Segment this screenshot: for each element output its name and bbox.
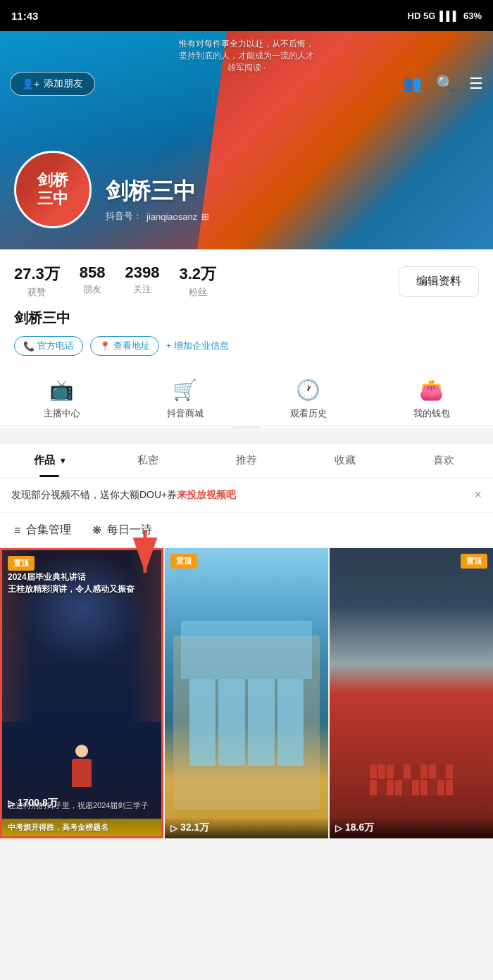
tab-likes-label: 喜欢 [433, 454, 454, 466]
tab-likes[interactable]: 喜欢 [394, 444, 493, 477]
tab-recommend-label: 推荐 [236, 454, 257, 466]
tabs-bar: 作品 ▾ 私密 推荐 收藏 喜欢 [0, 444, 493, 478]
promo-link[interactable]: 来投放视频吧 [177, 489, 236, 500]
broadcast-icon: 📺 [49, 378, 74, 402]
stat-friends-number: 858 [80, 263, 106, 282]
promo-close-button[interactable]: × [474, 488, 482, 502]
address-tag-label: 查看地址 [113, 340, 150, 352]
history-label: 观看历史 [290, 407, 327, 420]
status-network: HD 5G [408, 11, 436, 21]
stat-following-label: 关注 [125, 283, 160, 296]
header-banner: 惟有对每件事全力以赴，从不后悔， 坚持到底的人，才能成为一流的人才 雄军闯读··… [0, 31, 493, 249]
video-1-title: 2024届毕业典礼讲话王桂放精彩演讲，令人感动又振奋 [8, 571, 156, 595]
menu-item-shop[interactable]: 🛒 抖音商城 [167, 378, 204, 420]
add-info-label: + 增加企业信息 [166, 340, 229, 352]
video-1-bottom-text: 中考旗开得胜，高考金榜题名 [8, 822, 156, 833]
stat-following[interactable]: 2398 关注 [125, 263, 160, 299]
stats-left: 27.3万 获赞 858 朋友 2398 关注 3.2万 粉丝 [14, 263, 399, 299]
stat-likes[interactable]: 27.3万 获赞 [14, 263, 60, 299]
status-bar: 11:43 HD 5G ▌▌▌ 63% [0, 0, 493, 31]
broadcast-label: 主播中心 [44, 407, 80, 420]
phone-tag[interactable]: 📞 官方电话 [14, 336, 83, 356]
video-2-views: ▷ 32.1万 [165, 817, 328, 838]
play-icon-1: ▷ [8, 798, 15, 809]
profile-id-value: jianqiaosanz [146, 211, 197, 222]
stat-friends[interactable]: 858 朋友 [80, 263, 106, 299]
tab-recommend[interactable]: 推荐 [197, 444, 296, 477]
collection-management-label: 合集管理 [26, 523, 71, 538]
menu-item-broadcast[interactable]: 📺 主播中心 [44, 378, 80, 420]
status-battery: 63% [463, 11, 482, 21]
tab-works[interactable]: 作品 ▾ [0, 444, 99, 477]
profile-id-label: 抖音号： [106, 210, 142, 223]
tab-works-label: 作品 [34, 454, 55, 466]
video-3-badge: 置顶 [461, 554, 487, 569]
tab-favorites[interactable]: 收藏 [296, 444, 394, 477]
stat-fans-number: 3.2万 [180, 263, 217, 285]
video-item-1[interactable]: 置顶 2024届毕业典礼讲话王桂放精彩演讲，令人感动又振奋 在这特别的日子里，祝… [0, 548, 163, 838]
add-friend-button[interactable]: 👤+ 添加朋友 [10, 72, 95, 96]
profile-name-block: 剑桥三中 抖音号： jianqiaosanz ⊞ [106, 176, 209, 228]
add-friend-icon: 👤+ [22, 78, 39, 89]
phone-icon: 📞 [23, 341, 35, 352]
quick-menu: 📺 主播中心 🛒 抖音商城 🕐 观看历史 👛 我的钱包 [0, 367, 493, 426]
stat-fans[interactable]: 3.2万 粉丝 [180, 263, 217, 299]
search-icon[interactable]: 🔍 [436, 75, 455, 93]
avatar[interactable]: 剑桥三中 [14, 151, 92, 228]
collection-daily-poem[interactable]: ❋ 每日一诗 [92, 523, 152, 538]
menu-item-history[interactable]: 🕐 观看历史 [290, 378, 327, 420]
shop-icon: 🛒 [173, 378, 197, 402]
promo-text: 发现部分视频不错，送你大额DOU+券来投放视频吧 [11, 489, 467, 502]
video-1-views: ▷ 1700.8万 [2, 793, 161, 814]
collection-management[interactable]: ≡ 合集管理 [14, 523, 71, 538]
video-2-view-count: 32.1万 [180, 821, 209, 834]
history-icon: 🕐 [296, 378, 320, 402]
profile-tags: 📞 官方电话 📍 查看地址 + 增加企业信息 [14, 336, 479, 367]
banner-quote-line2: 坚持到底的人，才能成为一流的人才 [106, 50, 387, 62]
video-3-view-count: 18.6万 [345, 821, 374, 834]
video-1-view-count: 1700.8万 [18, 797, 58, 810]
tab-private[interactable]: 私密 [99, 444, 197, 477]
tab-works-arrow: ▾ [61, 456, 65, 466]
banner-quote-line1: 惟有对每件事全力以赴，从不后悔， [106, 38, 387, 50]
tab-private-label: 私密 [137, 454, 158, 466]
menu-item-wallet[interactable]: 👛 我的钱包 [413, 378, 450, 420]
status-time: 11:43 [11, 10, 38, 22]
edit-profile-button[interactable]: 编辑资料 [399, 266, 479, 297]
shop-label: 抖音商城 [167, 407, 204, 420]
promo-main-text: 发现部分视频不错，送你大额DOU+券 [11, 489, 177, 500]
play-icon-2: ▷ [170, 823, 177, 833]
video-item-3[interactable]: 置顶 ▷ 18.6万 [330, 548, 493, 838]
top-nav: 👤+ 添加朋友 👥 🔍 ☰ [0, 72, 493, 96]
video-item-2[interactable]: 置顶 ▷ 32.1万 [165, 548, 328, 838]
stat-likes-label: 获赞 [14, 286, 60, 299]
status-signal: ▌▌▌ [439, 11, 459, 21]
promo-banner: 发现部分视频不错，送你大额DOU+券来投放视频吧 × [0, 478, 493, 513]
profile-section: 剑桥三中 剑桥三中 抖音号： jianqiaosanz ⊞ [0, 151, 493, 228]
add-friend-label: 添加朋友 [44, 77, 83, 90]
phone-tag-label: 官方电话 [37, 340, 74, 352]
stat-likes-number: 27.3万 [14, 263, 60, 285]
qr-icon[interactable]: ⊞ [201, 211, 209, 222]
video-section: 置顶 2024届毕业典礼讲话王桂放精彩演讲，令人感动又振奋 在这特别的日子里，祝… [0, 548, 493, 838]
stat-fans-label: 粉丝 [180, 286, 217, 299]
play-icon-3: ▷ [335, 823, 342, 833]
profile-id: 抖音号： jianqiaosanz ⊞ [106, 210, 209, 223]
users-icon[interactable]: 👥 [403, 75, 422, 93]
menu-icon[interactable]: ☰ [469, 75, 483, 93]
profile-display-name: 剑桥三中 [14, 309, 479, 328]
video-2-badge: 置顶 [170, 554, 197, 569]
profile-info: 剑桥三中 📞 官方电话 📍 查看地址 + 增加企业信息 [0, 299, 493, 367]
stat-following-number: 2398 [125, 263, 160, 282]
video-grid: 置顶 2024届毕业典礼讲话王桂放精彩演讲，令人感动又振奋 在这特别的日子里，祝… [0, 548, 493, 838]
video-1-badge: 置顶 [8, 556, 35, 571]
address-tag[interactable]: 📍 查看地址 [90, 336, 159, 356]
stats-section: 27.3万 获赞 858 朋友 2398 关注 3.2万 粉丝 编辑资料 [0, 249, 493, 299]
collection-management-icon: ≡ [14, 524, 20, 537]
tab-favorites-label: 收藏 [335, 454, 356, 466]
video-1-bottom-banner: 中考旗开得胜，高考金榜题名 [2, 819, 161, 836]
add-info-tag[interactable]: + 增加企业信息 [166, 337, 237, 355]
wallet-icon: 👛 [419, 378, 444, 402]
wallet-label: 我的钱包 [413, 407, 450, 420]
top-nav-icons: 👥 🔍 ☰ [403, 75, 483, 93]
